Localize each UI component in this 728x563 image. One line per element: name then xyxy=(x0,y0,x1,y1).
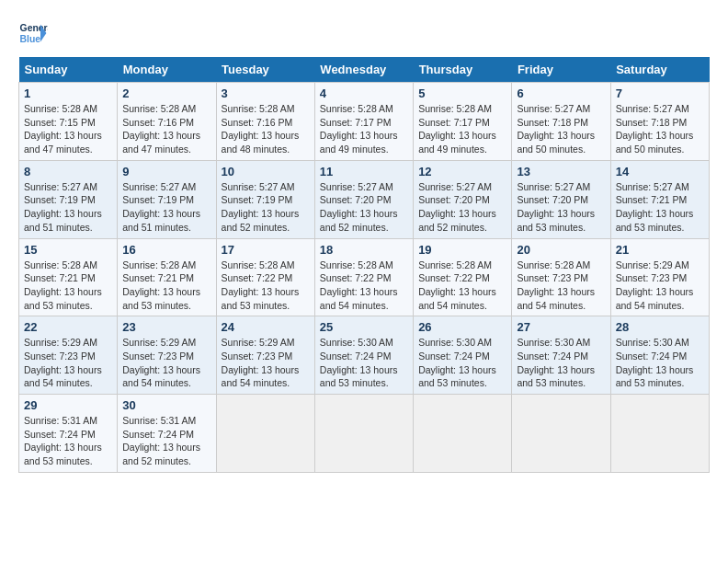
day-number: 8 xyxy=(24,165,112,178)
day-cell: 17 Sunrise: 5:28 AM Sunset: 7:22 PM Dayl… xyxy=(216,238,314,316)
day-cell: 3 Sunrise: 5:28 AM Sunset: 7:16 PM Dayli… xyxy=(216,83,314,161)
day-cell: 29 Sunrise: 5:31 AM Sunset: 7:24 PM Dayl… xyxy=(19,395,118,473)
day-info: Sunrise: 5:28 AM Sunset: 7:17 PM Dayligh… xyxy=(418,102,506,156)
day-cell: 6 Sunrise: 5:27 AM Sunset: 7:18 PM Dayli… xyxy=(512,83,610,161)
day-cell: 4 Sunrise: 5:28 AM Sunset: 7:17 PM Dayli… xyxy=(314,83,413,161)
day-info: Sunrise: 5:31 AM Sunset: 7:24 PM Dayligh… xyxy=(122,414,210,468)
day-info: Sunrise: 5:30 AM Sunset: 7:24 PM Dayligh… xyxy=(320,336,408,390)
day-cell: 26 Sunrise: 5:30 AM Sunset: 7:24 PM Dayl… xyxy=(414,316,512,395)
day-info: Sunrise: 5:29 AM Sunset: 7:23 PM Dayligh… xyxy=(122,336,210,390)
day-number: 25 xyxy=(320,320,408,334)
day-number: 26 xyxy=(418,320,506,334)
day-cell: 28 Sunrise: 5:30 AM Sunset: 7:24 PM Dayl… xyxy=(610,316,709,395)
day-info: Sunrise: 5:28 AM Sunset: 7:16 PM Dayligh… xyxy=(222,102,310,156)
day-info: Sunrise: 5:28 AM Sunset: 7:16 PM Dayligh… xyxy=(122,102,210,156)
day-info: Sunrise: 5:27 AM Sunset: 7:19 PM Dayligh… xyxy=(24,180,112,235)
day-info: Sunrise: 5:29 AM Sunset: 7:23 PM Dayligh… xyxy=(222,336,310,390)
day-number: 5 xyxy=(418,86,506,100)
day-number: 15 xyxy=(24,243,112,257)
empty-day-cell xyxy=(512,395,610,473)
day-cell: 8 Sunrise: 5:27 AM Sunset: 7:19 PM Dayli… xyxy=(19,160,118,238)
day-cell: 21 Sunrise: 5:29 AM Sunset: 7:23 PM Dayl… xyxy=(610,238,709,316)
day-number: 29 xyxy=(24,398,112,412)
calendar-week-row: 15 Sunrise: 5:28 AM Sunset: 7:21 PM Dayl… xyxy=(19,238,710,316)
day-info: Sunrise: 5:28 AM Sunset: 7:22 PM Dayligh… xyxy=(320,259,408,313)
weekday-header: Saturday xyxy=(610,57,709,83)
day-cell: 1 Sunrise: 5:28 AM Sunset: 7:15 PM Dayli… xyxy=(19,83,118,161)
day-number: 21 xyxy=(616,243,704,257)
day-number: 13 xyxy=(517,165,605,178)
day-info: Sunrise: 5:28 AM Sunset: 7:23 PM Dayligh… xyxy=(517,259,605,313)
day-info: Sunrise: 5:30 AM Sunset: 7:24 PM Dayligh… xyxy=(616,336,704,390)
day-info: Sunrise: 5:27 AM Sunset: 7:19 PM Dayligh… xyxy=(222,180,310,235)
day-info: Sunrise: 5:31 AM Sunset: 7:24 PM Dayligh… xyxy=(24,414,112,468)
empty-day-cell xyxy=(216,395,314,473)
day-cell: 14 Sunrise: 5:27 AM Sunset: 7:21 PM Dayl… xyxy=(610,160,709,238)
day-cell: 19 Sunrise: 5:28 AM Sunset: 7:22 PM Dayl… xyxy=(414,238,512,316)
weekday-header: Monday xyxy=(118,57,216,83)
day-number: 20 xyxy=(517,243,605,257)
day-cell: 15 Sunrise: 5:28 AM Sunset: 7:21 PM Dayl… xyxy=(19,238,118,316)
weekday-header: Wednesday xyxy=(314,57,413,83)
day-cell: 24 Sunrise: 5:29 AM Sunset: 7:23 PM Dayl… xyxy=(216,316,314,395)
day-info: Sunrise: 5:28 AM Sunset: 7:22 PM Dayligh… xyxy=(222,259,310,313)
day-info: Sunrise: 5:27 AM Sunset: 7:18 PM Dayligh… xyxy=(616,102,704,156)
weekday-header: Friday xyxy=(512,57,610,83)
day-number: 14 xyxy=(616,165,704,178)
day-number: 9 xyxy=(122,165,210,178)
day-info: Sunrise: 5:29 AM Sunset: 7:23 PM Dayligh… xyxy=(24,336,112,390)
day-info: Sunrise: 5:28 AM Sunset: 7:15 PM Dayligh… xyxy=(24,102,112,156)
day-number: 7 xyxy=(616,86,704,100)
day-info: Sunrise: 5:27 AM Sunset: 7:20 PM Dayligh… xyxy=(320,180,408,235)
day-info: Sunrise: 5:28 AM Sunset: 7:22 PM Dayligh… xyxy=(418,259,506,313)
page-header: General Blue xyxy=(18,18,710,48)
day-number: 2 xyxy=(122,86,210,100)
day-info: Sunrise: 5:27 AM Sunset: 7:19 PM Dayligh… xyxy=(122,180,210,235)
day-cell: 2 Sunrise: 5:28 AM Sunset: 7:16 PM Dayli… xyxy=(118,83,216,161)
svg-text:Blue: Blue xyxy=(20,34,41,44)
logo: General Blue xyxy=(18,18,48,48)
day-cell: 22 Sunrise: 5:29 AM Sunset: 7:23 PM Dayl… xyxy=(19,316,118,395)
calendar-week-row: 22 Sunrise: 5:29 AM Sunset: 7:23 PM Dayl… xyxy=(19,316,710,395)
day-info: Sunrise: 5:27 AM Sunset: 7:21 PM Dayligh… xyxy=(616,180,704,235)
calendar-header-row: SundayMondayTuesdayWednesdayThursdayFrid… xyxy=(19,57,710,83)
weekday-header: Thursday xyxy=(414,57,512,83)
day-info: Sunrise: 5:30 AM Sunset: 7:24 PM Dayligh… xyxy=(418,336,506,390)
logo-icon: General Blue xyxy=(18,18,48,48)
day-number: 10 xyxy=(222,165,310,178)
day-cell: 30 Sunrise: 5:31 AM Sunset: 7:24 PM Dayl… xyxy=(118,395,216,473)
day-cell: 11 Sunrise: 5:27 AM Sunset: 7:20 PM Dayl… xyxy=(314,160,413,238)
calendar-week-row: 8 Sunrise: 5:27 AM Sunset: 7:19 PM Dayli… xyxy=(19,160,710,238)
day-number: 22 xyxy=(24,320,112,334)
day-cell: 23 Sunrise: 5:29 AM Sunset: 7:23 PM Dayl… xyxy=(118,316,216,395)
day-info: Sunrise: 5:29 AM Sunset: 7:23 PM Dayligh… xyxy=(616,259,704,313)
day-info: Sunrise: 5:28 AM Sunset: 7:17 PM Dayligh… xyxy=(320,102,408,156)
day-cell: 25 Sunrise: 5:30 AM Sunset: 7:24 PM Dayl… xyxy=(314,316,413,395)
day-cell: 10 Sunrise: 5:27 AM Sunset: 7:19 PM Dayl… xyxy=(216,160,314,238)
empty-day-cell xyxy=(610,395,709,473)
day-cell: 18 Sunrise: 5:28 AM Sunset: 7:22 PM Dayl… xyxy=(314,238,413,316)
calendar-table: SundayMondayTuesdayWednesdayThursdayFrid… xyxy=(18,57,710,473)
day-cell: 12 Sunrise: 5:27 AM Sunset: 7:20 PM Dayl… xyxy=(414,160,512,238)
day-number: 19 xyxy=(418,243,506,257)
day-cell: 20 Sunrise: 5:28 AM Sunset: 7:23 PM Dayl… xyxy=(512,238,610,316)
day-info: Sunrise: 5:27 AM Sunset: 7:18 PM Dayligh… xyxy=(517,102,605,156)
day-number: 1 xyxy=(24,86,112,100)
day-info: Sunrise: 5:28 AM Sunset: 7:21 PM Dayligh… xyxy=(122,259,210,313)
day-cell: 27 Sunrise: 5:30 AM Sunset: 7:24 PM Dayl… xyxy=(512,316,610,395)
day-cell: 13 Sunrise: 5:27 AM Sunset: 7:20 PM Dayl… xyxy=(512,160,610,238)
day-number: 23 xyxy=(122,320,210,334)
day-number: 12 xyxy=(418,165,506,178)
day-number: 18 xyxy=(320,243,408,257)
day-number: 27 xyxy=(517,320,605,334)
day-number: 16 xyxy=(122,243,210,257)
day-info: Sunrise: 5:30 AM Sunset: 7:24 PM Dayligh… xyxy=(517,336,605,390)
day-number: 4 xyxy=(320,86,408,100)
day-cell: 5 Sunrise: 5:28 AM Sunset: 7:17 PM Dayli… xyxy=(414,83,512,161)
empty-day-cell xyxy=(414,395,512,473)
weekday-header: Tuesday xyxy=(216,57,314,83)
day-number: 17 xyxy=(222,243,310,257)
day-number: 24 xyxy=(222,320,310,334)
day-number: 30 xyxy=(122,398,210,412)
empty-day-cell xyxy=(314,395,413,473)
